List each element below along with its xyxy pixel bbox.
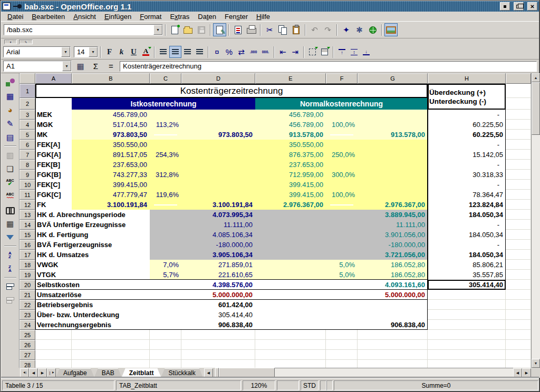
autospellcheck-button[interactable]: ABC~~~ [3,189,17,203]
cell-H28[interactable] [428,360,506,368]
row-header-8[interactable]: 8 [20,160,35,170]
cell-G23[interactable] [358,310,428,320]
first-sheet-button[interactable]: ⯇❘ [20,368,29,377]
scroll-right-button[interactable]: ▶ [522,368,531,377]
sheet-tab-stückkalk[interactable]: Stückkalk [161,368,202,377]
insert-button[interactable] [3,75,17,89]
cell-C28[interactable] [150,360,181,368]
column-header-G[interactable]: G [358,73,428,84]
row-header-14[interactable]: 14 [20,220,35,230]
cell-F11[interactable]: 100,0% [326,190,358,200]
cell-E27[interactable] [255,350,326,360]
row-header-16[interactable]: 16 [20,240,35,250]
cell-D4[interactable] [181,120,255,130]
cell-H20[interactable]: 305.414,40 [428,280,506,290]
row-header-24[interactable]: 24 [20,320,35,330]
cell-B6[interactable]: 350.550,00 [72,140,150,150]
select-all-corner[interactable] [20,73,35,84]
cell-E7[interactable]: 876.375,00 [255,150,326,160]
edit-file-button[interactable]: ✎ [213,23,226,36]
cell-H23[interactable] [428,310,506,320]
row-header-25[interactable]: 25 [20,330,35,340]
cell-A28[interactable] [35,360,72,368]
cell-I9[interactable] [506,170,531,180]
cell-F5[interactable] [326,130,358,140]
cell-G8[interactable] [358,160,428,170]
cell-F16[interactable] [326,240,358,250]
undo-button[interactable]: ↶ [308,23,321,36]
cell-B4[interactable]: 517.014,50 [72,120,150,130]
cell-A2[interactable] [35,98,72,110]
cell-G22[interactable] [358,300,428,310]
tab-scroll-left-button[interactable]: ◀ [204,368,213,377]
cell-G13[interactable]: 3.889.945,00 [358,210,428,220]
cell-C20[interactable] [150,280,181,290]
cell-C3[interactable] [150,110,181,120]
cell-C25[interactable] [150,330,181,340]
cell-A24[interactable]: Verrechnungsergebnis [35,320,150,330]
decrease-indent-button-button[interactable]: ⇤ [277,46,289,58]
cell-A8[interactable]: FEK[B] [35,160,72,170]
cell-G6[interactable] [358,140,428,150]
cell-G9[interactable] [358,170,428,180]
cell-I13[interactable] [506,210,531,220]
cell-H5[interactable]: 60.225,50 [428,130,506,140]
redo-button[interactable]: ↷ [321,23,334,36]
cell-B9[interactable]: 743.277,33 [72,170,150,180]
column-header-H[interactable]: H [428,73,506,84]
cell-D26[interactable] [181,340,255,350]
cell-H15[interactable]: 184.050,34 [428,230,506,240]
cell-A16[interactable]: BVÄ Fertigerzeugnisse [35,240,150,250]
cell-H14[interactable]: - [428,220,506,230]
row-header-2[interactable]: 2 [20,98,35,110]
cell-A9[interactable]: FGK[B] [35,170,72,180]
cell-H18[interactable]: 85.806,21 [428,260,506,270]
cell-I7[interactable] [506,150,531,160]
cell-reference-box[interactable]: A1 ▼ [3,61,72,72]
cell-C15[interactable] [150,230,181,240]
cell-F25[interactable] [326,330,358,340]
cell-G11[interactable] [358,190,428,200]
cell-B19[interactable] [72,270,150,280]
cell-G20[interactable]: 4.093.161,60 [358,280,428,290]
row-header-27[interactable]: 27 [20,350,35,360]
cell-G17[interactable]: 3.721.056,00 [358,250,428,260]
font-size-combo[interactable]: 14 ▼ [74,46,98,57]
scroll-down-button[interactable]: ▼ [532,359,540,368]
cell-D15[interactable]: 4.085.106,34 [181,230,255,240]
row-header-17[interactable]: 17 [20,250,35,260]
autoformat-button[interactable]: ❏ [3,162,17,175]
sort-descending-button[interactable]: Z A [3,262,17,276]
row-header-20[interactable]: 20 [20,280,35,290]
menu-item-hilfe[interactable]: Hilfe [252,12,274,22]
cell-C7[interactable]: 254,3% [150,150,181,160]
tab-splitter-handle[interactable] [215,368,219,378]
cell-H6[interactable]: - [428,140,506,150]
cell-E8[interactable]: 237.653,00 [255,160,326,170]
cell-F24[interactable] [326,320,358,330]
scroll-left-button[interactable]: ◀ [513,368,522,377]
cell-G19[interactable]: 186.052,80 [358,270,428,280]
cell-F4[interactable]: 100,0% [326,120,358,130]
sheet-tab-bab[interactable]: BAB [94,368,122,377]
cell-D18[interactable]: 271.859,01 [181,260,255,270]
cell-C22[interactable] [150,300,181,310]
cell-D11[interactable] [181,190,255,200]
row-header-15[interactable]: 15 [20,230,35,240]
menu-item-datei[interactable]: Datei [3,12,27,22]
insert-sheet-button[interactable]: ▥ [3,148,17,162]
column-header-F[interactable]: F [326,73,358,84]
cell-E23[interactable] [255,310,326,320]
font-color-button-button[interactable]: A [140,46,152,58]
export-pdf-button[interactable] [232,23,245,36]
cell-G14[interactable]: 11.111,00 [358,220,428,230]
column-header-C[interactable]: C [150,73,181,84]
chevron-down-icon[interactable]: ▼ [62,61,71,71]
row-header-7[interactable]: 7 [20,150,35,160]
column-header-D[interactable]: D [181,73,255,84]
cell-G18[interactable]: 186.052,80 [358,260,428,270]
equals-button[interactable]: = [104,60,118,73]
cell-I26[interactable] [506,340,531,350]
cell-C10[interactable] [150,180,181,190]
restore-button[interactable] [514,2,524,11]
